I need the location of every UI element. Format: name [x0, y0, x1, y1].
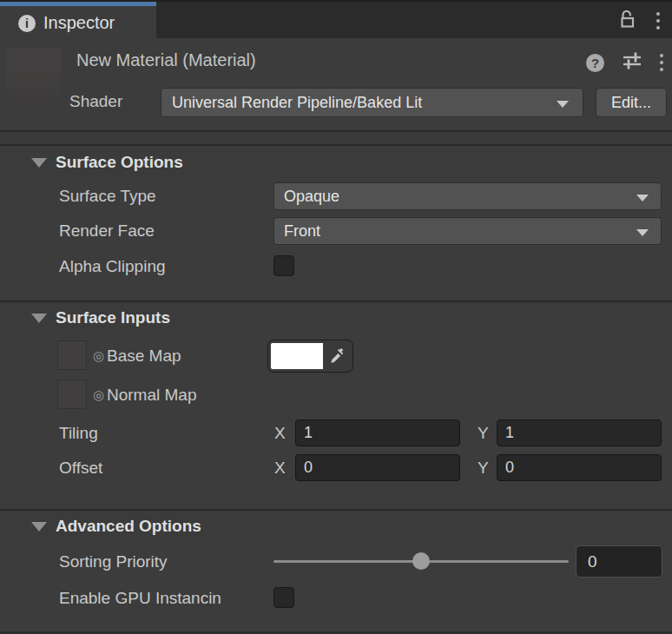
- gpu-instancing-checkbox[interactable]: [273, 587, 294, 608]
- gpu-instancing-label: Enable GPU Instancin: [59, 589, 273, 608]
- normal-map-label: Normal Map: [107, 386, 196, 405]
- object-picker-icon[interactable]: ◎: [93, 387, 104, 403]
- foldout-triangle-icon: [31, 314, 47, 323]
- sorting-priority-input[interactable]: [576, 545, 662, 578]
- tiling-x-label: X: [274, 424, 286, 443]
- tiling-label: Tiling: [59, 424, 98, 443]
- surface-options-header[interactable]: Surface Options: [0, 146, 672, 179]
- object-picker-icon[interactable]: ◎: [93, 348, 104, 364]
- section-title: Advanced Options: [56, 517, 201, 536]
- offset-x-input[interactable]: [295, 454, 460, 481]
- foldout-triangle-icon: [31, 522, 47, 532]
- sorting-priority-slider-handle[interactable]: [412, 552, 430, 570]
- eyedropper-icon[interactable]: [323, 347, 350, 366]
- shader-dropdown-value: Universal Render Pipeline/Baked Lit: [172, 94, 422, 111]
- render-face-dropdown[interactable]: Front: [273, 217, 662, 245]
- base-map-texture-slot[interactable]: [57, 340, 87, 370]
- info-icon: i: [18, 15, 36, 32]
- tiling-y-input[interactable]: [497, 419, 662, 446]
- presets-icon[interactable]: [621, 50, 643, 76]
- foldout-triangle-icon: [31, 158, 47, 168]
- offset-label: Offset: [59, 459, 102, 478]
- alpha-clipping-label: Alpha Clipping: [59, 257, 166, 276]
- dropdown-arrow-icon: [636, 195, 649, 201]
- material-title: New Material (Material): [76, 50, 256, 70]
- offset-y-label: Y: [478, 459, 489, 478]
- header-menu-kebab-icon[interactable]: [660, 54, 663, 71]
- dropdown-arrow-icon: [636, 229, 649, 236]
- surface-type-value: Opaque: [284, 188, 339, 205]
- tab-label: Inspector: [43, 13, 115, 33]
- offset-x-label: X: [274, 459, 286, 478]
- advanced-options-header[interactable]: Advanced Options: [0, 509, 672, 542]
- dropdown-arrow-icon: [557, 101, 569, 108]
- color-swatch[interactable]: [271, 343, 323, 369]
- surface-type-label: Surface Type: [59, 187, 156, 206]
- help-icon[interactable]: ?: [586, 54, 604, 72]
- surface-type-dropdown[interactable]: Opaque: [273, 182, 662, 210]
- tab-inspector[interactable]: i Inspector: [0, 2, 156, 40]
- base-map-color-field[interactable]: [267, 340, 353, 373]
- surface-inputs-header[interactable]: Surface Inputs: [0, 300, 672, 334]
- tiling-y-label: Y: [478, 424, 489, 443]
- header-divider-band: [0, 130, 672, 146]
- shader-edit-button[interactable]: Edit...: [596, 88, 667, 117]
- render-face-value: Front: [284, 222, 320, 240]
- material-header: New Material (Material) ? Shader Univers…: [0, 38, 672, 130]
- alpha-clipping-checkbox[interactable]: [273, 255, 294, 276]
- section-title: Surface Inputs: [56, 308, 170, 327]
- render-face-label: Render Face: [59, 221, 155, 241]
- normal-map-texture-slot[interactable]: [57, 380, 87, 409]
- base-map-label: Base Map: [107, 347, 181, 366]
- sorting-priority-slider-track[interactable]: [273, 560, 569, 563]
- section-title: Surface Options: [56, 153, 183, 172]
- shader-dropdown[interactable]: Universal Render Pipeline/Baked Lit: [161, 88, 583, 117]
- inspector-panel: i Inspector New Material (Material) ?: [0, 0, 672, 634]
- sorting-priority-label: Sorting Priority: [59, 552, 168, 571]
- offset-y-input[interactable]: [497, 454, 662, 481]
- tab-bar: i Inspector: [0, 0, 672, 38]
- tiling-x-input[interactable]: [295, 419, 460, 446]
- unlock-icon[interactable]: [616, 9, 637, 33]
- shader-label: Shader: [69, 92, 122, 111]
- tab-menu-kebab-icon[interactable]: [656, 12, 660, 30]
